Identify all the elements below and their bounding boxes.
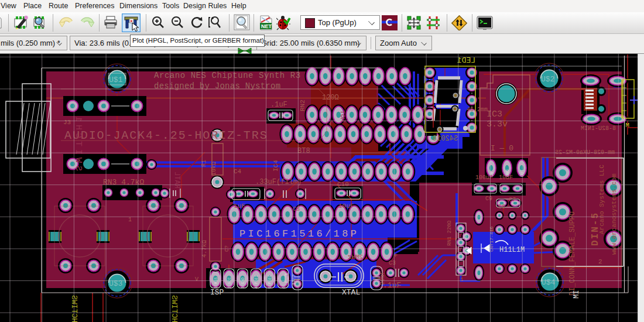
svg-text:2: 2 (598, 258, 602, 265)
svg-text:45.2mm: 45.2mm (467, 107, 488, 113)
svg-text:U$4: U$4 (542, 278, 556, 287)
svg-text:mm-028-UXa0-M2-2S: mm-028-UXa0-M2-2S (555, 149, 615, 156)
svg-text:V: V (195, 276, 198, 283)
svg-text:SWITCH1: SWITCH1 (73, 114, 83, 171)
svg-text:R1: R1 (201, 160, 207, 167)
svg-text:10uF: 10uF (499, 174, 513, 181)
svg-text:+: + (422, 105, 426, 113)
svg-text:8-82U-INIM: 8-82U-INIM (581, 125, 616, 132)
svg-text:S42018: S42018 (433, 135, 458, 143)
svg-text:U$1: U$1 (109, 76, 123, 84)
svg-text:Arcano Systems LLC: Arcano Systems LLC (598, 165, 605, 234)
svg-text:2MHz: 2MHz (348, 254, 363, 261)
svg-text:10uF: 10uF (338, 203, 354, 210)
svg-text:C3: C3 (389, 260, 396, 266)
svg-text:C4: C4 (234, 168, 242, 175)
svg-text:www.arcanosystems.com: www.arcanosystems.com (611, 173, 618, 255)
svg-text:IC3: IC3 (487, 109, 502, 119)
svg-text:C10: C10 (337, 181, 349, 188)
svg-text:PIC16F1516/18P: PIC16F1516/18P (239, 228, 359, 239)
svg-text:RATL: RATL (173, 172, 181, 189)
svg-text:MI: MI (573, 290, 581, 299)
svg-text:CNY17-446: CNY17-446 (489, 227, 494, 252)
svg-text:LED1: LED1 (457, 56, 475, 65)
svg-text:.1uF: .1uF (270, 101, 287, 109)
svg-text:5 PGEC: 5 PGEC (268, 275, 272, 289)
svg-text:1uF: 1uF (234, 203, 245, 210)
svg-text:C6: C6 (498, 204, 505, 210)
svg-text:1: 1 (128, 217, 132, 223)
svg-text:C7: C7 (509, 197, 516, 203)
svg-text:Arcano NES Chiptune Synth R3: Arcano NES Chiptune Synth R3 (154, 71, 301, 80)
svg-text:RN2: RN2 (299, 100, 306, 111)
svg-text:.1uF: .1uF (383, 281, 401, 290)
svg-text:1 MSS: 1 MSS (214, 277, 218, 289)
svg-text:1: 1 (460, 277, 463, 283)
svg-text:NET: NET (261, 23, 272, 29)
svg-text:designed by Jonas Nystrom: designed by Jonas Nystrom (154, 81, 280, 91)
svg-text:I — 0: I — 0 (491, 144, 513, 153)
svg-text:10nF: 10nF (291, 274, 296, 285)
svg-text:C9: C9 (485, 196, 492, 202)
svg-text:RN1 220Ω: RN1 220Ω (447, 220, 453, 246)
svg-text:2 VCC: 2 VCC (228, 277, 232, 289)
svg-text:M: M (625, 122, 629, 129)
svg-text:HCTIWS: HCTIWS (170, 295, 179, 322)
svg-text:H11L1M: H11L1M (499, 246, 525, 254)
svg-text:DI_CONN_FEMALE_SUPPO: DI_CONN_FEMALE_SUPPO (568, 211, 577, 296)
svg-text:U$2: U$2 (541, 75, 554, 84)
svg-text:C3: C3 (293, 206, 300, 213)
svg-text:3 GND: 3 GND (241, 277, 245, 289)
svg-text:J3: J3 (63, 119, 71, 126)
svg-text:IC4: IC4 (272, 160, 279, 172)
svg-text:6: 6 (282, 286, 286, 289)
svg-text:BT8: BT8 (297, 147, 310, 155)
svg-text:4 PGED: 4 PGED (255, 275, 259, 289)
svg-text:HOT: HOT (339, 110, 346, 122)
